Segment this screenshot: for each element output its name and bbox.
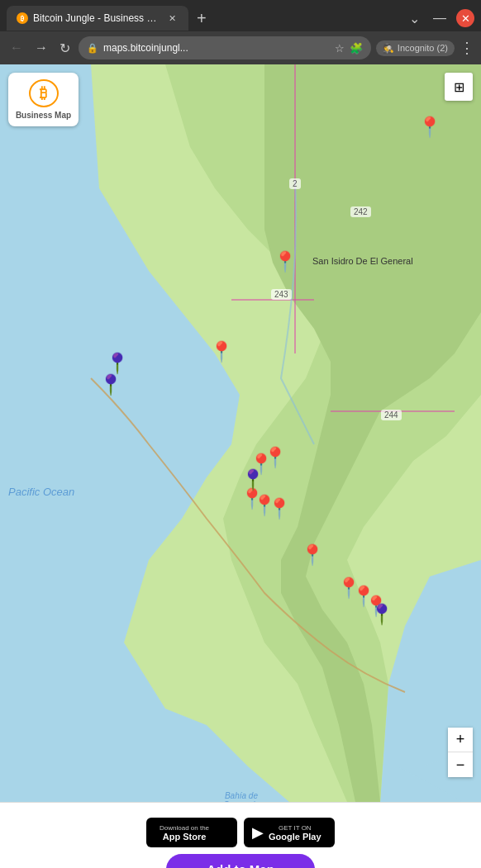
forward-button[interactable]: → [31, 37, 51, 59]
google-play-label: GET IT ON [269, 824, 321, 832]
map-zoom-controls: + − [448, 728, 473, 777]
pin-red-9[interactable]: 📍 [300, 543, 325, 567]
address-text: maps.bitcoinjungl... [103, 42, 330, 54]
app-store-name: App Store [160, 832, 209, 842]
address-icons: ☆ 🧩 [335, 42, 363, 55]
pin-red-3[interactable]: 📍 [209, 340, 234, 363]
lock-icon: 🔒 [87, 43, 98, 54]
tab-bar: ₿ Bitcoin Jungle - Business Map ✕ + ⌄ — … [0, 0, 481, 31]
minimize-button[interactable]: — [430, 11, 450, 26]
pin-red-1[interactable]: 📍 [417, 116, 442, 139]
extensions-button[interactable]: 🧩 [350, 42, 363, 55]
bahia-coronado-label: Bahía deCoronado [223, 791, 260, 802]
app-store-button[interactable]: Download on the App Store [146, 818, 237, 847]
new-tab-button[interactable]: + [192, 9, 212, 28]
tab-dropdown-button[interactable]: ⌄ [406, 11, 423, 26]
road-label-242: 242 [350, 206, 371, 217]
pin-red-2[interactable]: 📍 [273, 250, 298, 273]
app-store-text: Download on the App Store [160, 824, 209, 842]
app-store-label: Download on the [160, 824, 209, 832]
map-logo: ₿ Business Map [8, 73, 79, 126]
layers-icon: ⊞ [454, 79, 464, 95]
tab-close-button[interactable]: ✕ [165, 12, 179, 25]
bottom-bar: Download on the App Store ▶ GET IT ON Go… [0, 802, 481, 868]
browser-chrome: ₿ Bitcoin Jungle - Business Map ✕ + ⌄ — … [0, 0, 481, 64]
map-layers-button[interactable]: ⊞ [445, 73, 473, 101]
zoom-out-button[interactable]: − [448, 752, 473, 777]
ocean-label: Pacific Ocean [8, 486, 74, 498]
incognito-icon: 🕵 [383, 43, 394, 54]
google-play-button[interactable]: ▶ GET IT ON Google Play [244, 818, 335, 847]
google-play-icon: ▶ [252, 823, 264, 842]
logo-icon: ₿ [29, 79, 59, 107]
pin-purple-3[interactable]: 📍 [240, 468, 265, 491]
incognito-label: Incognito (2) [398, 43, 448, 53]
back-button[interactable]: ← [7, 37, 26, 59]
address-input[interactable]: 🔒 maps.bitcoinjungl... ☆ 🧩 [79, 36, 371, 59]
tab-title: Bitcoin Jungle - Business Map [33, 12, 160, 24]
zoom-in-button[interactable]: + [448, 728, 473, 752]
tab-controls: ⌄ — ✕ [406, 9, 474, 27]
pin-purple-4[interactable]: 📍 [369, 603, 394, 626]
pin-red-8[interactable]: 📍 [267, 497, 292, 520]
close-window-button[interactable]: ✕ [456, 9, 474, 27]
map-container[interactable]: ₿ Business Map ⊞ 2 242 243 244 San Isidr… [0, 64, 481, 802]
tab-favicon: ₿ [17, 12, 28, 24]
incognito-badge: 🕵 Incognito (2) [376, 40, 455, 56]
active-tab[interactable]: ₿ Bitcoin Jungle - Business Map ✕ [7, 6, 188, 31]
store-buttons: Download on the App Store ▶ GET IT ON Go… [146, 818, 335, 847]
google-play-name: Google Play [269, 832, 321, 842]
bookmark-button[interactable]: ☆ [335, 42, 345, 55]
google-play-text: GET IT ON Google Play [269, 824, 321, 842]
map-background [0, 64, 481, 802]
city-label: San Isidro De El General [312, 256, 413, 266]
refresh-button[interactable]: ↻ [56, 37, 74, 59]
pin-purple-1[interactable]: 📍 [105, 352, 130, 375]
road-label-243: 243 [271, 289, 292, 300]
menu-button[interactable]: ⋮ [460, 39, 474, 57]
pin-red-5[interactable]: 📍 [263, 446, 288, 469]
add-to-map-button[interactable]: Add to Map [166, 854, 315, 868]
pin-purple-2[interactable]: 📍 [98, 373, 123, 396]
road-label-2: 2 [289, 178, 301, 189]
road-label-244: 244 [381, 410, 402, 420]
address-bar: ← → ↻ 🔒 maps.bitcoinjungl... ☆ 🧩 🕵 Incog… [0, 31, 481, 64]
logo-text: Business Map [16, 111, 71, 120]
